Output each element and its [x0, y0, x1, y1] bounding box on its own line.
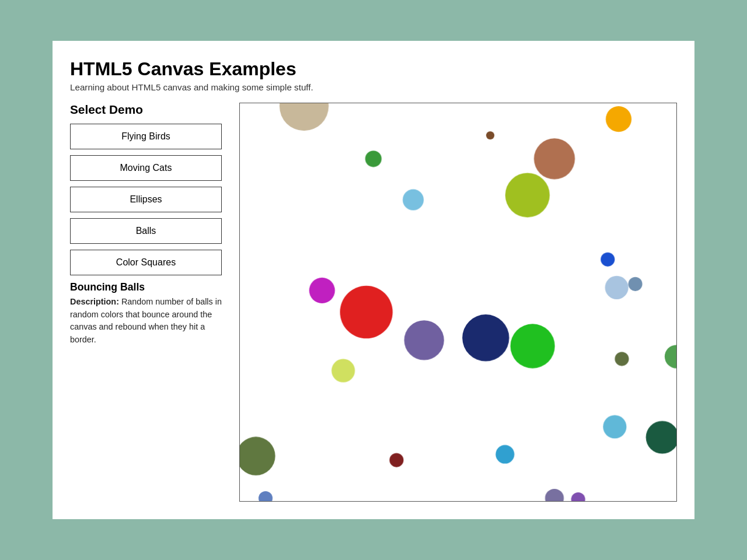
- balls-button[interactable]: Balls: [70, 218, 222, 244]
- content-area: Select Demo Flying Birds Moving Cats Ell…: [70, 103, 677, 502]
- page-subtitle: Learning about HTML5 canvas and making s…: [70, 82, 677, 92]
- demo-info-desc: Description: Random number of balls in r…: [70, 296, 222, 346]
- demo-info: Bouncing Balls Description: Random numbe…: [70, 281, 222, 346]
- flying-birds-button[interactable]: Flying Birds: [70, 124, 222, 149]
- description-label: Description:: [70, 297, 119, 306]
- demo-info-title: Bouncing Balls: [70, 281, 222, 293]
- ellipses-button[interactable]: Ellipses: [70, 187, 222, 212]
- select-demo-label: Select Demo: [70, 103, 222, 117]
- canvas-area: [239, 103, 677, 502]
- color-squares-button[interactable]: Color Squares: [70, 250, 222, 275]
- sidebar: Select Demo Flying Birds Moving Cats Ell…: [70, 103, 222, 502]
- page-title: HTML5 Canvas Examples: [70, 58, 677, 80]
- moving-cats-button[interactable]: Moving Cats: [70, 155, 222, 181]
- balls-canvas: [240, 103, 676, 501]
- main-card: HTML5 Canvas Examples Learning about HTM…: [53, 41, 694, 519]
